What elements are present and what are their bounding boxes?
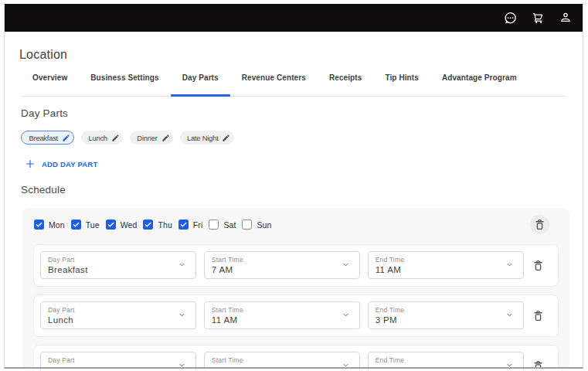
chip-label: Breakfast	[29, 134, 58, 142]
add-day-part-label: ADD DAY PART	[42, 160, 97, 168]
tab-day-parts[interactable]: Day Parts	[171, 70, 230, 96]
account-icon	[559, 12, 572, 24]
check-icon	[107, 220, 115, 229]
select-label: End Time	[376, 356, 501, 365]
select-label: Start Time	[212, 306, 338, 315]
app-window: Location Overview Business Settings Day …	[4, 4, 583, 369]
tab-business-settings[interactable]: Business Settings	[79, 70, 170, 96]
chevron-down-icon	[178, 311, 185, 318]
tab-tip-hints[interactable]: Tip Hints	[373, 70, 430, 96]
weekday-label: Wed	[121, 220, 138, 230]
chevron-down-icon	[506, 261, 513, 268]
edit-pencil-icon[interactable]	[62, 134, 70, 142]
chip-dinner[interactable]: Dinner	[130, 131, 173, 145]
start-time-select-1[interactable]: Start Time 7 AM	[204, 251, 360, 279]
trash-icon	[532, 360, 544, 369]
chip-lunch[interactable]: Lunch	[81, 131, 123, 145]
weekday-sun[interactable]: Sun	[242, 220, 271, 230]
day-parts-heading: Day Parts	[21, 107, 567, 119]
checkbox-checked[interactable]	[143, 220, 153, 230]
select-value: Lunch	[48, 315, 174, 325]
end-time-select-1[interactable]: End Time 11 AM	[368, 251, 524, 279]
chevron-down-icon	[342, 311, 349, 318]
weekday-checkboxes: Mon Tue Wed	[34, 220, 277, 230]
schedule-row-3: Day Part Dinner Start Time 3 PM End Time…	[33, 345, 559, 369]
tab-overview[interactable]: Overview	[21, 70, 79, 96]
select-value: 11 AM	[376, 264, 501, 275]
select-label: Start Time	[212, 356, 338, 365]
select-value: 3 PM	[376, 315, 501, 325]
chevron-down-icon	[178, 362, 185, 369]
day-part-select-1[interactable]: Day Part Breakfast	[40, 251, 196, 279]
edit-pencil-icon[interactable]	[111, 134, 120, 142]
add-day-part-button[interactable]: ADD DAY PART	[21, 159, 97, 168]
delete-row-button[interactable]	[529, 307, 548, 325]
select-label: Day Part	[48, 356, 174, 365]
tab-advantage-program[interactable]: Advantage Program	[430, 70, 529, 96]
edit-pencil-icon[interactable]	[161, 134, 170, 142]
day-part-chips: Breakfast Lunch Dinner	[21, 131, 567, 145]
chevron-down-icon	[178, 261, 185, 268]
chip-label: Late Night	[187, 134, 218, 142]
chevron-down-icon	[342, 362, 349, 369]
main-content: Location Overview Business Settings Day …	[5, 47, 583, 369]
top-bar	[5, 4, 583, 32]
chat-button[interactable]	[501, 9, 519, 27]
page-title: Location	[19, 47, 567, 63]
plus-icon	[25, 159, 35, 168]
weekday-label: Mon	[49, 220, 65, 230]
select-value: Dinner	[48, 365, 174, 369]
select-label: End Time	[376, 306, 501, 315]
select-value: 7 AM	[212, 264, 338, 275]
chip-label: Dinner	[137, 134, 157, 142]
start-time-select-3[interactable]: Start Time 3 PM	[204, 352, 360, 369]
chip-label: Lunch	[88, 134, 107, 142]
select-label: Day Part	[48, 256, 174, 264]
delete-schedule-button[interactable]	[530, 215, 549, 234]
check-icon	[179, 220, 188, 229]
checkbox-unchecked[interactable]	[209, 220, 219, 230]
delete-row-button[interactable]	[529, 357, 548, 369]
select-value: 11 PM	[376, 365, 501, 369]
trash-icon	[532, 310, 544, 322]
tab-bar: Overview Business Settings Day Parts Rev…	[21, 70, 567, 97]
tab-revenue-centers[interactable]: Revenue Centers	[230, 70, 318, 96]
checkbox-checked[interactable]	[34, 220, 44, 230]
end-time-select-2[interactable]: End Time 3 PM	[368, 301, 524, 329]
weekday-label: Fri	[193, 220, 203, 230]
chip-breakfast[interactable]: Breakfast	[21, 131, 74, 145]
chevron-down-icon	[506, 362, 513, 369]
weekday-sat[interactable]: Sat	[209, 220, 236, 230]
checkbox-checked[interactable]	[106, 220, 116, 230]
weekday-wed[interactable]: Wed	[106, 220, 138, 230]
select-value: 11 AM	[212, 315, 338, 325]
end-time-select-3[interactable]: End Time 11 PM	[368, 352, 524, 369]
chat-bubble-icon	[504, 12, 517, 25]
checkbox-checked[interactable]	[178, 220, 189, 230]
cart-button[interactable]	[529, 9, 547, 27]
trash-icon	[534, 219, 546, 230]
weekday-thu[interactable]: Thu	[143, 220, 172, 230]
chip-late-night[interactable]: Late Night	[180, 131, 234, 145]
select-value: 3 PM	[212, 365, 338, 369]
check-icon	[72, 220, 80, 229]
weekday-fri[interactable]: Fri	[178, 220, 203, 230]
day-part-select-3[interactable]: Day Part Dinner	[40, 352, 196, 369]
weekday-mon[interactable]: Mon	[34, 220, 65, 230]
tab-receipts[interactable]: Receipts	[318, 70, 374, 96]
checkbox-unchecked[interactable]	[242, 220, 252, 230]
check-icon	[35, 220, 43, 229]
delete-row-button[interactable]	[529, 257, 548, 275]
start-time-select-2[interactable]: Start Time 11 AM	[204, 301, 360, 329]
select-label: Start Time	[212, 256, 338, 264]
shopping-cart-icon	[532, 12, 544, 24]
day-part-select-2[interactable]: Day Part Lunch	[40, 301, 196, 329]
schedule-section: Schedule Mon	[21, 184, 567, 369]
schedule-card: Mon Tue Wed	[22, 208, 569, 369]
chevron-down-icon	[506, 311, 513, 318]
checkbox-checked[interactable]	[71, 220, 81, 230]
weekday-tue[interactable]: Tue	[71, 220, 100, 230]
weekday-label: Tue	[86, 220, 100, 230]
account-button[interactable]	[556, 9, 575, 27]
edit-pencil-icon[interactable]	[222, 134, 230, 142]
